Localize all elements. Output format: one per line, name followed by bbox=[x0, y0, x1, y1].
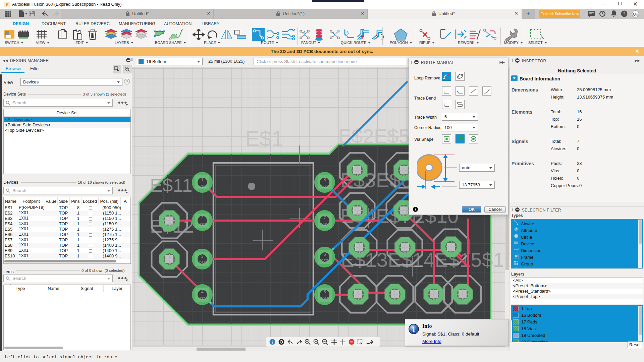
svg-text:S$1: S$1 bbox=[400, 172, 408, 177]
svg-text:6: 6 bbox=[323, 252, 326, 257]
svg-text:1: 1 bbox=[358, 242, 360, 247]
svg-text:S$3: S$3 bbox=[198, 222, 206, 227]
svg-text:S$6: S$6 bbox=[198, 260, 206, 265]
svg-text:8: 8 bbox=[323, 177, 326, 182]
svg-text:S$1: S$1 bbox=[401, 249, 409, 254]
svg-text:1: 1 bbox=[356, 205, 358, 210]
svg-text:S$1: S$1 bbox=[198, 296, 206, 301]
svg-text:1: 1 bbox=[356, 165, 358, 170]
svg-text:E$11: E$11 bbox=[150, 175, 193, 196]
svg-text:QE: QE bbox=[633, 12, 638, 16]
svg-text:4: 4 bbox=[201, 289, 203, 294]
svg-text:1: 1 bbox=[404, 242, 406, 247]
svg-text:5: 5 bbox=[323, 289, 326, 294]
svg-text:1: 1 bbox=[432, 289, 435, 294]
svg-text:1: 1 bbox=[461, 289, 464, 294]
svg-text:S$2: S$2 bbox=[353, 212, 361, 217]
svg-text:1: 1 bbox=[357, 289, 359, 294]
svg-text:1: 1 bbox=[201, 177, 203, 182]
svg-text:S$4: S$4 bbox=[354, 296, 362, 301]
svg-text:1: 1 bbox=[450, 241, 452, 246]
svg-text:1: 1 bbox=[402, 165, 405, 170]
svg-text:S$5: S$5 bbox=[353, 172, 361, 177]
svg-text:S$8: S$8 bbox=[321, 222, 328, 227]
svg-text:S$2: S$2 bbox=[198, 184, 206, 189]
svg-text:S$2: S$2 bbox=[459, 296, 466, 301]
svg-text:1: 1 bbox=[168, 254, 170, 259]
svg-text:S$4: S$4 bbox=[321, 296, 328, 301]
svg-text:S$1: S$1 bbox=[355, 249, 363, 254]
svg-text:S$1: S$1 bbox=[400, 212, 408, 217]
svg-text:2: 2 bbox=[201, 215, 203, 220]
svg-text:S$1: S$1 bbox=[165, 260, 173, 265]
svg-text:1: 1 bbox=[168, 215, 170, 220]
svg-text:S$2: S$2 bbox=[321, 184, 328, 189]
svg-text:S$1: S$1 bbox=[447, 248, 455, 253]
svg-text:1: 1 bbox=[393, 289, 396, 294]
svg-text:S$3: S$3 bbox=[391, 296, 398, 301]
svg-text:S$2: S$2 bbox=[165, 222, 173, 227]
svg-text:E$1: E$1 bbox=[245, 127, 283, 151]
svg-text:S$1: S$1 bbox=[430, 296, 437, 301]
svg-text:S$7: S$7 bbox=[321, 258, 328, 263]
svg-text:7: 7 bbox=[323, 215, 326, 220]
svg-text:1: 1 bbox=[402, 205, 405, 210]
svg-text:3: 3 bbox=[201, 254, 203, 259]
svg-text:?: ? bbox=[623, 11, 626, 16]
svg-text:i: i bbox=[413, 325, 415, 334]
